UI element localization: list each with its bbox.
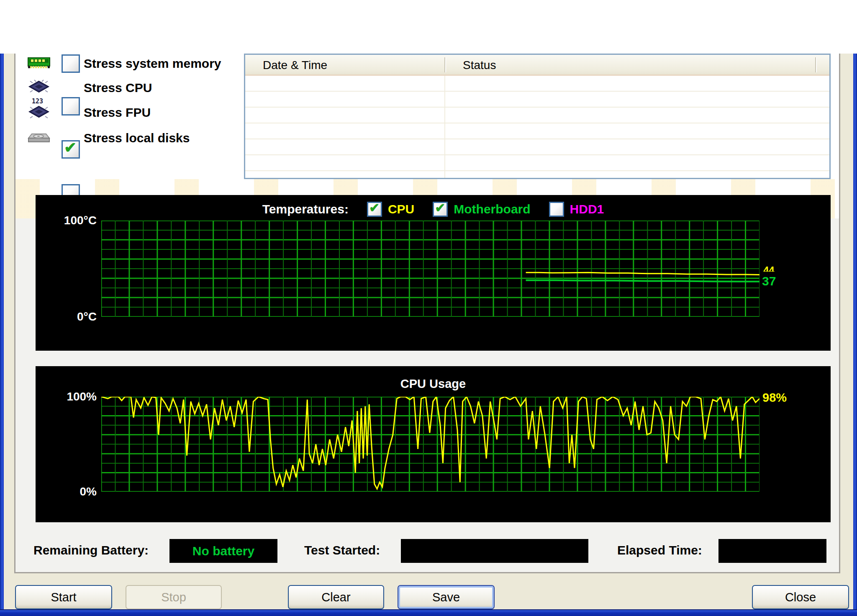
- cpu-temp-current-value: 44: [763, 265, 775, 272]
- table-column-divider: [444, 76, 445, 178]
- window-frame-left: [4, 54, 14, 609]
- window-border-right: [853, 54, 857, 616]
- content-divider: [14, 572, 840, 573]
- start-button[interactable]: Start: [15, 585, 112, 609]
- motherboard-temp-label: Motherboard: [454, 202, 530, 216]
- cpu-usage-panel: CPU Usage 100% 0% 98%: [36, 366, 831, 522]
- table-row: [245, 123, 829, 139]
- cpu-axis-min-label: 0%: [39, 485, 97, 498]
- temp-axis-min-label: 0°C: [39, 310, 97, 323]
- remaining-battery-value: No battery: [192, 544, 254, 558]
- close-button[interactable]: Close: [752, 585, 849, 609]
- elapsed-time-label: Elapsed Time:: [617, 543, 702, 557]
- motherboard-temp-checkbox[interactable]: [433, 202, 448, 217]
- stress-memory-checkbox[interactable]: [62, 54, 80, 73]
- table-row: [245, 155, 829, 171]
- stress-cpu-checkbox[interactable]: [62, 97, 80, 116]
- temperatures-label: Temperatures:: [262, 202, 349, 216]
- cpu-temp-label: CPU: [388, 202, 414, 216]
- cpu-usage-current-value: 98%: [762, 391, 787, 405]
- cpu-axis-max-label: 100%: [39, 390, 97, 403]
- legend-item-cpu: CPU: [367, 202, 414, 217]
- hdd1-temp-checkbox[interactable]: [549, 202, 564, 217]
- log-table: Date & Time Status: [244, 54, 831, 179]
- motherboard-temp-current-value: 37: [762, 274, 776, 288]
- log-table-header: Date & Time Status: [245, 55, 829, 76]
- test-started-label: Test Started:: [304, 543, 380, 557]
- remaining-battery-value-box: No battery: [169, 539, 277, 563]
- column-separator[interactable]: [815, 57, 816, 72]
- cpu-usage-title: CPU Usage: [36, 377, 831, 391]
- legend-item-motherboard: Motherboard: [433, 202, 530, 217]
- column-header-date-time[interactable]: Date & Time: [263, 59, 327, 72]
- elapsed-time-value-box: [718, 539, 826, 563]
- column-header-status[interactable]: Status: [463, 59, 496, 72]
- stress-memory-label: Stress system memory: [84, 56, 221, 71]
- hdd1-temp-label: HDD1: [570, 202, 604, 216]
- stress-fpu-checkbox[interactable]: [62, 140, 80, 159]
- disk-icon: [28, 128, 50, 148]
- memory-icon: [28, 54, 50, 74]
- content-edge-right: [839, 54, 840, 573]
- stop-button[interactable]: Stop: [126, 585, 222, 609]
- stress-fpu-label: Stress FPU: [84, 105, 151, 120]
- stress-cpu-label: Stress CPU: [84, 81, 152, 95]
- table-row: [245, 76, 829, 92]
- stability-test-window: Stress system memory Stress CPU 123 Stre…: [0, 0, 857, 616]
- table-row: [245, 171, 829, 179]
- table-row: [245, 108, 829, 123]
- window-border-left: [0, 54, 4, 616]
- table-row: [245, 139, 829, 155]
- test-started-value-box: [401, 539, 588, 563]
- remaining-battery-label: Remaining Battery:: [33, 543, 149, 557]
- clear-button[interactable]: Clear: [288, 585, 384, 609]
- column-separator[interactable]: [444, 57, 445, 72]
- stress-disks-label: Stress local disks: [84, 131, 190, 145]
- log-table-body[interactable]: [245, 76, 829, 178]
- content-edge-left: [14, 54, 15, 573]
- save-button[interactable]: Save: [398, 585, 495, 609]
- fpu-icon: 123: [28, 97, 50, 123]
- cpu-icon: [28, 78, 50, 98]
- svg-text:123: 123: [32, 98, 43, 105]
- table-row: [245, 92, 829, 108]
- temperature-legend: Temperatures: CPU Motherboard HDD1: [36, 199, 831, 219]
- cpu-temp-checkbox[interactable]: [367, 202, 382, 217]
- temperature-panel: Temperatures: CPU Motherboard HDD1 100°C…: [36, 195, 831, 351]
- window-frame-right: [840, 54, 853, 609]
- legend-item-hdd1: HDD1: [549, 202, 604, 217]
- temp-axis-max-label: 100°C: [39, 214, 97, 227]
- temperature-chart: [101, 221, 759, 317]
- window-border-bottom: [0, 609, 857, 616]
- cpu-usage-chart: [101, 397, 759, 492]
